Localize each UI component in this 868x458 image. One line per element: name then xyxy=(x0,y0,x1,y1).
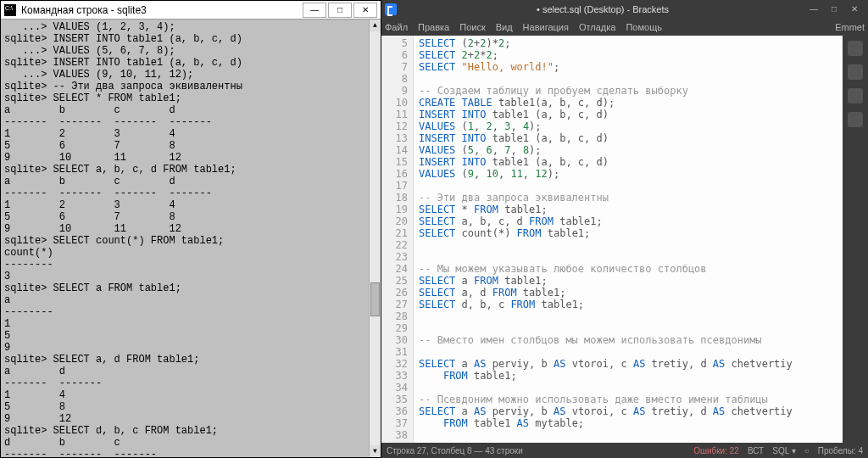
code-line: SELECT a, d FROM table1; xyxy=(419,287,837,299)
menu-item[interactable]: Помощь xyxy=(626,22,662,32)
scroll-thumb[interactable] xyxy=(370,282,380,316)
menu-item[interactable]: Поиск xyxy=(459,22,485,32)
code-line: FROM table1; xyxy=(419,370,837,382)
brackets-maximize-button[interactable]: □ xyxy=(824,3,844,16)
line-number: 32 xyxy=(381,358,408,370)
line-number: 36 xyxy=(381,405,408,417)
cmd-line: count(*) xyxy=(4,247,377,259)
cmd-line: 1 2 3 4 xyxy=(4,199,377,211)
cmd-output[interactable]: ...> VALUES (1, 2, 3, 4);sqlite> INSERT … xyxy=(1,20,381,457)
line-number: 29 xyxy=(381,322,408,334)
line-number: 13 xyxy=(381,132,408,144)
line-number: 24 xyxy=(381,263,408,275)
cmd-line: 1 xyxy=(4,318,377,330)
code-line: SELECT "Hello, world!"; xyxy=(419,61,837,73)
brackets-close-button[interactable]: ✕ xyxy=(844,3,865,16)
code-editor[interactable]: SELECT (2+2)*2;SELECT 2+2*2;SELECT "Hell… xyxy=(414,36,843,443)
code-line: SELECT a, b, c, d FROM table1; xyxy=(419,215,837,227)
line-number: 12 xyxy=(381,120,408,132)
live-preview-icon[interactable] xyxy=(848,41,863,56)
code-line xyxy=(419,310,837,322)
line-number: 6 xyxy=(381,49,408,61)
extension-manager-icon[interactable] xyxy=(848,64,863,80)
cmd-line: 1 2 3 4 xyxy=(4,128,377,140)
line-number: 23 xyxy=(381,251,408,263)
cmd-line: 5 xyxy=(4,330,377,342)
maximize-button[interactable]: □ xyxy=(328,3,352,18)
code-line: CREATE TABLE table1(a, b, c, d); xyxy=(419,97,837,109)
menu-item-emmet[interactable]: Emmet xyxy=(835,22,865,32)
code-line: -- Вместо имен столбцов мы можем использ… xyxy=(419,334,837,346)
menu-item[interactable]: Отладка xyxy=(579,22,615,32)
line-number: 33 xyxy=(381,370,408,382)
brackets-titlebar[interactable]: • select.sql (Desktop) - Brackets — □ ✕ xyxy=(381,0,868,19)
cmd-line: -------- xyxy=(4,306,377,318)
cmd-line: a xyxy=(4,294,377,306)
cmd-line: sqlite> INSERT INTO table1 (a, b, c, d) xyxy=(4,57,377,69)
cmd-line: a b c d xyxy=(4,104,377,116)
status-indent[interactable]: Пробелы: 4 xyxy=(818,446,863,455)
line-number: 20 xyxy=(381,215,408,227)
cmd-line: 5 6 7 8 xyxy=(4,140,377,152)
code-line xyxy=(419,251,837,263)
line-number: 38 xyxy=(381,429,408,441)
menu-item[interactable]: Навигация xyxy=(523,22,569,32)
minimize-button[interactable]: — xyxy=(303,3,326,18)
cmd-line: ...> VALUES (9, 10, 11, 12); xyxy=(4,69,377,81)
cmd-title: Командная строка - sqlite3 xyxy=(21,4,301,16)
scroll-up-icon[interactable]: ▲ xyxy=(370,20,381,31)
line-number: 25 xyxy=(381,275,408,287)
line-number-gutter[interactable]: 5678910111213141516171819202122232425262… xyxy=(381,36,414,443)
scroll-down-icon[interactable]: ▼ xyxy=(370,445,381,457)
status-language[interactable]: SQL ▾ xyxy=(772,446,795,455)
code-line: SELECT count(*) FROM table1; xyxy=(419,227,837,239)
menu-item[interactable]: Файл xyxy=(385,22,408,32)
close-button[interactable]: ✕ xyxy=(353,3,377,18)
brackets-logo-icon xyxy=(385,3,397,15)
cmd-line: ...> VALUES (1, 2, 3, 4); xyxy=(4,21,377,33)
code-line xyxy=(419,73,837,85)
cmd-scrollbar[interactable]: ▲ ▼ xyxy=(369,20,381,457)
code-line: VALUES (1, 2, 3, 4); xyxy=(419,120,837,132)
line-number: 34 xyxy=(381,382,408,394)
code-line: FROM table1 AS mytable; xyxy=(419,417,837,429)
plugin-icon[interactable] xyxy=(848,88,863,103)
code-line: SELECT a AS perviy, b AS vtoroi, c AS tr… xyxy=(419,358,837,370)
status-errors[interactable]: Ошибки: 22 xyxy=(693,446,739,455)
line-number: 16 xyxy=(381,168,408,180)
cmd-line: sqlite> -- Эти два запроса эквивалентны xyxy=(4,81,377,92)
cmd-line: a b c d xyxy=(4,176,377,187)
plugin-icon-2[interactable] xyxy=(848,112,863,127)
code-line: SELECT (2+2)*2; xyxy=(419,37,837,49)
cmd-line: 1 4 xyxy=(4,389,377,401)
brackets-minimize-button[interactable]: — xyxy=(804,3,824,16)
line-number: 31 xyxy=(381,346,408,358)
line-number: 22 xyxy=(381,239,408,251)
menu-item[interactable]: Вид xyxy=(496,22,513,32)
status-insert-mode[interactable]: ВСТ xyxy=(748,446,764,455)
brackets-window: • select.sql (Desktop) - Brackets — □ ✕ … xyxy=(381,0,868,458)
code-line xyxy=(419,322,837,334)
cmd-line: -------- xyxy=(4,259,377,271)
code-line: -- Эти два запроса эквивалентны xyxy=(419,192,837,204)
code-line xyxy=(419,180,837,192)
line-number: 7 xyxy=(381,61,408,73)
cmd-titlebar[interactable]: Командная строка - sqlite3 — □ ✕ xyxy=(1,1,381,20)
cmd-icon xyxy=(4,4,16,16)
brackets-status-bar: Строка 27, Столбец 8 — 43 строки Ошибки:… xyxy=(381,443,868,458)
menu-item[interactable]: Правка xyxy=(418,22,449,32)
line-number: 11 xyxy=(381,109,408,120)
code-line: -- Псевдоним можно использовать даже вме… xyxy=(419,394,837,405)
cmd-line: 9 10 11 12 xyxy=(4,152,377,164)
code-line: SELECT 2+2*2; xyxy=(419,49,837,61)
code-line xyxy=(419,429,837,441)
code-line xyxy=(419,382,837,394)
status-cursor-position[interactable]: Строка 27, Столбец 8 — 43 строки xyxy=(387,446,523,455)
code-line: SELECT * FROM table1; xyxy=(419,204,837,215)
line-number: 26 xyxy=(381,287,408,299)
cmd-line: 3 xyxy=(4,271,377,282)
line-number: 19 xyxy=(381,204,408,215)
line-number: 30 xyxy=(381,334,408,346)
code-line: INSERT INTO table1 (a, b, c, d) xyxy=(419,156,837,168)
code-line: INSERT INTO table1 (a, b, c, d) xyxy=(419,132,837,144)
